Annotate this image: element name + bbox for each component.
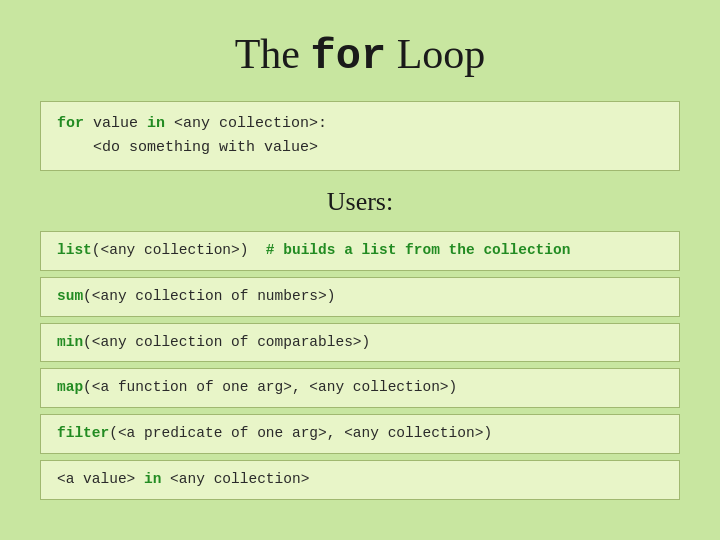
sum-args: (<any collection of numbers>)	[83, 288, 335, 304]
value-in-keyword: in	[144, 471, 161, 487]
value-collection: <any collection>	[161, 471, 309, 487]
title-for-word: for	[311, 33, 387, 81]
sum-func: sum	[57, 288, 83, 304]
in-keyword: in	[147, 115, 165, 132]
list-line: list(<any collection>) # builds a list f…	[40, 231, 680, 271]
min-line: min(<any collection of comparables>)	[40, 323, 680, 363]
map-args: (<a function of one arg>, <any collectio…	[83, 379, 457, 395]
code-section: list(<any collection>) # builds a list f…	[40, 231, 680, 506]
for-keyword: for	[57, 115, 84, 132]
filter-line: filter(<a predicate of one arg>, <any co…	[40, 414, 680, 454]
title-suffix: Loop	[386, 31, 485, 77]
map-line: map(<a function of one arg>, <any collec…	[40, 368, 680, 408]
value-line: <a value> in <any collection>	[40, 460, 680, 500]
filter-args: (<a predicate of one arg>, <any collecti…	[109, 425, 492, 441]
syntax-line1: for value in <any collection>:	[57, 112, 663, 136]
syntax-line2: <do something with value>	[57, 136, 663, 160]
list-func: list	[57, 242, 92, 258]
syntax-do: <do something with value>	[57, 139, 318, 156]
syntax-box: for value in <any collection>: <do somet…	[40, 101, 680, 171]
title-prefix: The	[235, 31, 311, 77]
page: The for Loop for value in <any collectio…	[0, 0, 720, 540]
min-func: min	[57, 334, 83, 350]
value-prefix: <a value>	[57, 471, 144, 487]
syntax-value-in: value	[93, 115, 147, 132]
page-title: The for Loop	[235, 30, 486, 81]
min-args: (<any collection of comparables>)	[83, 334, 370, 350]
map-func: map	[57, 379, 83, 395]
list-comment: # builds a list from the collection	[266, 242, 571, 258]
list-args: (<any collection>)	[92, 242, 266, 258]
users-label: Users:	[327, 187, 393, 217]
filter-func: filter	[57, 425, 109, 441]
syntax-collection: <any collection>:	[174, 115, 327, 132]
sum-line: sum(<any collection of numbers>)	[40, 277, 680, 317]
